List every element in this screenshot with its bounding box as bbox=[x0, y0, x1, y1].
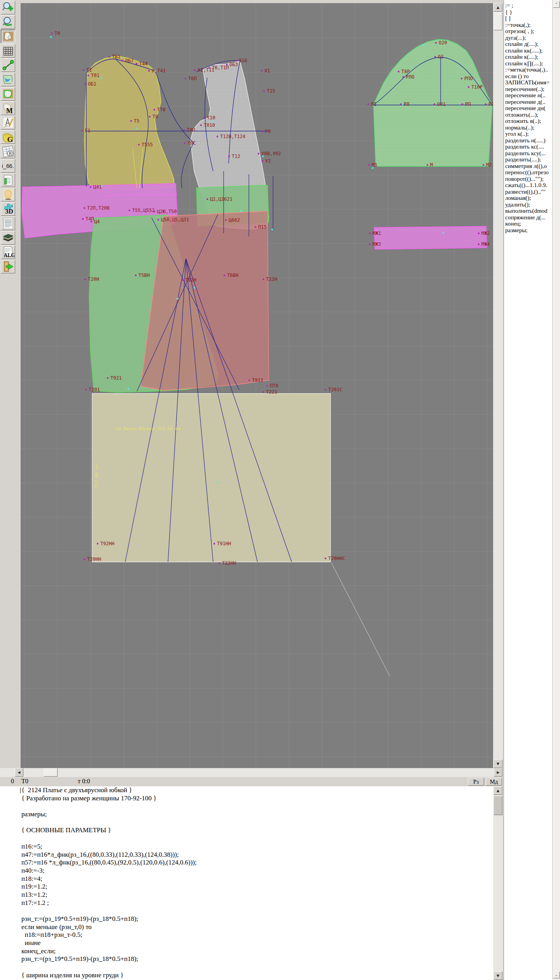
point-marker[interactable] bbox=[263, 90, 265, 92]
command-list-item[interactable]: нормаль(..); bbox=[504, 124, 553, 131]
md-button[interactable]: Мд bbox=[486, 778, 502, 786]
reference-point[interactable] bbox=[423, 44, 425, 46]
point-marker[interactable] bbox=[434, 56, 436, 58]
point-marker[interactable] bbox=[84, 558, 85, 560]
point-marker[interactable] bbox=[225, 219, 227, 221]
point-marker[interactable] bbox=[158, 219, 159, 220]
point-marker[interactable] bbox=[248, 380, 250, 381]
point-marker[interactable] bbox=[136, 63, 137, 65]
scroll-right-arrow[interactable]: ▶ bbox=[494, 768, 502, 777]
command-list-item[interactable]: развести((),().,"" bbox=[504, 189, 553, 195]
command-list-item[interactable]: ломаная(); bbox=[504, 195, 553, 201]
program-editor[interactable]: { 2124 Платье с двухъярусной юбкой }{ Ра… bbox=[0, 786, 493, 980]
command-list-item[interactable]: [ ] bbox=[504, 15, 553, 22]
command-list-item[interactable]: { } bbox=[504, 9, 553, 16]
reference-point[interactable] bbox=[212, 121, 214, 122]
pattern-g-button[interactable]: G bbox=[1, 130, 15, 144]
command-list-item[interactable]: сплайн к(....); bbox=[504, 54, 553, 60]
sidebar-scroll-down-arrow[interactable]: ⌄ bbox=[553, 971, 560, 978]
reference-point[interactable] bbox=[50, 36, 52, 38]
point-marker[interactable] bbox=[228, 156, 230, 157]
point-marker[interactable] bbox=[368, 164, 370, 166]
point-marker[interactable] bbox=[217, 136, 218, 137]
drafting-button[interactable] bbox=[1, 116, 15, 130]
pattern-piece-magenta-strip[interactable] bbox=[374, 226, 487, 249]
point-marker[interactable] bbox=[51, 33, 52, 34]
point-marker[interactable] bbox=[148, 70, 150, 72]
point-marker[interactable] bbox=[369, 233, 371, 234]
point-marker[interactable] bbox=[461, 78, 462, 79]
point-marker[interactable] bbox=[235, 60, 237, 61]
reference-point[interactable] bbox=[100, 77, 102, 79]
reference-point[interactable] bbox=[101, 185, 103, 187]
command-list-item[interactable]: сплайн кк(.....); bbox=[504, 47, 553, 54]
point-marker[interactable] bbox=[84, 278, 86, 280]
command-list-item[interactable]: конец; bbox=[504, 220, 553, 227]
point-marker[interactable] bbox=[483, 164, 484, 166]
point-marker[interactable] bbox=[262, 160, 263, 162]
command-list-item[interactable]: отрезок( , ); bbox=[504, 28, 553, 35]
point-marker[interactable] bbox=[462, 103, 463, 105]
point-marker[interactable] bbox=[97, 543, 98, 544]
reference-point[interactable] bbox=[217, 481, 219, 483]
point-marker[interactable] bbox=[91, 221, 92, 222]
editor-vscroll-thumb[interactable] bbox=[494, 796, 502, 815]
command-list-item[interactable]: разделить(....); bbox=[504, 156, 553, 163]
point-marker[interactable] bbox=[200, 124, 202, 126]
calculator-button[interactable]: 8 bbox=[1, 145, 15, 158]
point-marker[interactable] bbox=[154, 211, 155, 212]
point-marker[interactable] bbox=[108, 56, 110, 58]
zoom-in-button[interactable] bbox=[1, 1, 15, 14]
sidebar-scrollbar[interactable]: ⌃ ⌄ bbox=[552, 0, 560, 980]
reference-point[interactable] bbox=[136, 128, 138, 129]
point-marker[interactable] bbox=[107, 377, 108, 379]
command-list-item[interactable]: отложить(...); bbox=[504, 112, 553, 118]
command-list-item[interactable]: пересечение дн( bbox=[504, 105, 553, 112]
scroll-left-arrow[interactable]: ◀ bbox=[15, 768, 23, 777]
grid-button[interactable] bbox=[1, 44, 15, 58]
point-marker[interactable] bbox=[266, 385, 268, 387]
point-marker[interactable] bbox=[208, 67, 210, 68]
point-marker[interactable] bbox=[262, 278, 264, 280]
point-marker[interactable] bbox=[478, 233, 480, 234]
command-list-item[interactable]: размеры; bbox=[504, 227, 553, 234]
command-list-item[interactable]: выполнить(dmod bbox=[504, 208, 553, 214]
canvas-hscrollbar[interactable]: ◀ ▶ bbox=[0, 768, 503, 777]
pattern-m-button[interactable]: M bbox=[1, 102, 15, 115]
point-marker[interactable] bbox=[398, 71, 399, 72]
point-marker[interactable] bbox=[206, 198, 208, 200]
command-list-item[interactable]: пересечение н(.. bbox=[504, 92, 553, 99]
reference-point[interactable] bbox=[372, 167, 373, 169]
point-marker[interactable] bbox=[219, 562, 220, 564]
canvas-vscrollbar[interactable]: ▲ ▼ bbox=[493, 3, 503, 768]
command-list-item[interactable]: дуга(...); bbox=[504, 35, 553, 41]
point-marker[interactable] bbox=[434, 103, 435, 105]
segment-button[interactable] bbox=[1, 58, 15, 72]
point-marker[interactable] bbox=[258, 153, 259, 154]
command-list-item[interactable]: ЗАПИСАТЬ(имя= bbox=[504, 79, 553, 86]
command-list-item[interactable]: если () то bbox=[504, 73, 553, 80]
spreadsheet-button[interactable] bbox=[1, 173, 15, 187]
reference-point[interactable] bbox=[194, 287, 195, 289]
point-marker[interactable] bbox=[85, 389, 87, 390]
command-list-item[interactable]: угол к(..); bbox=[504, 131, 553, 137]
reference-point[interactable] bbox=[402, 103, 403, 105]
point-marker[interactable] bbox=[402, 76, 404, 78]
point-marker[interactable] bbox=[130, 120, 132, 122]
command-list-item[interactable]: перенос((),отрезо bbox=[504, 169, 553, 176]
pattern-outline-button[interactable] bbox=[1, 87, 15, 101]
pattern-piece-beige-skirt-tier[interactable] bbox=[92, 394, 331, 562]
threed-button[interactable]: 3D bbox=[1, 202, 15, 216]
point-marker[interactable] bbox=[182, 279, 183, 281]
point-marker[interactable] bbox=[214, 543, 215, 544]
books-button[interactable] bbox=[1, 231, 15, 245]
command-list-item[interactable]: :=метка(точка(,).. bbox=[504, 66, 553, 73]
pattern-piece-button[interactable] bbox=[1, 30, 15, 43]
point-marker[interactable] bbox=[149, 116, 150, 117]
map-button[interactable] bbox=[1, 73, 15, 86]
command-list-item[interactable]: := ; bbox=[504, 2, 553, 9]
point-marker[interactable] bbox=[154, 109, 155, 110]
drafting-canvas[interactable]: на Верхн.Волана 314.00 см314.00 смТ0ТВ1О… bbox=[21, 3, 493, 768]
command-list-item[interactable]: пересечение(..); bbox=[504, 86, 553, 93]
command-list-item[interactable]: отложить в(..); bbox=[504, 118, 553, 124]
